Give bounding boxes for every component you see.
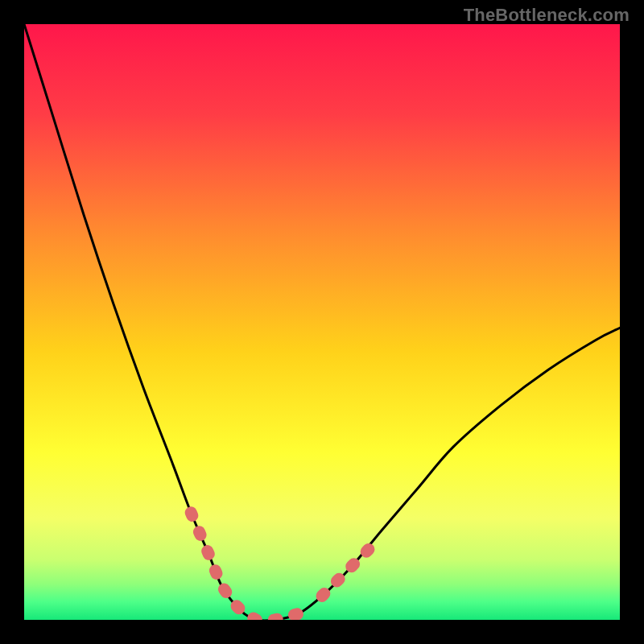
watermark-text: TheBottleneck.com [464,5,630,26]
gradient-background [24,24,620,620]
chart-svg [24,24,620,620]
plot-area [24,24,620,620]
chart-frame: TheBottleneck.com [0,0,644,644]
